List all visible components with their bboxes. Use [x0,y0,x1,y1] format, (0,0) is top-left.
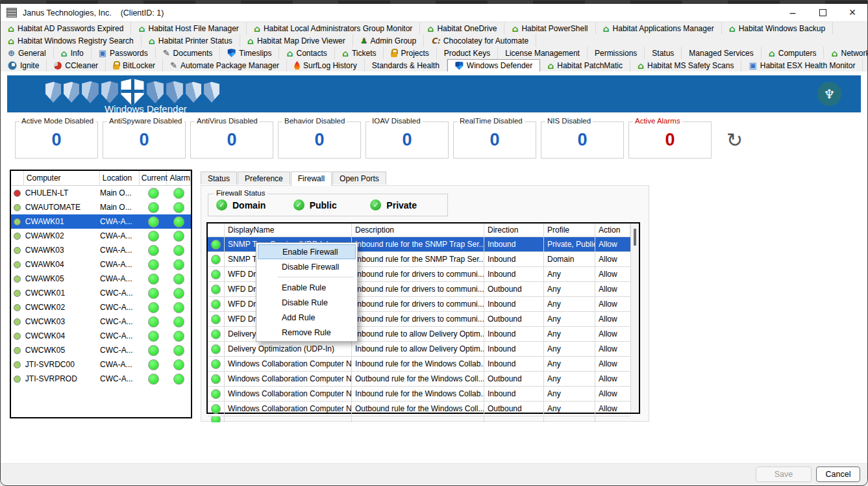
tab-label: Timeslips [239,49,271,58]
computer-row-cwawk04[interactable]: CWAWK04 CWA-A... [11,257,191,272]
profile-label: Private [386,200,417,211]
toolbar-tab-habitat-map-drive-viewer[interactable]: Habitat Map Drive Viewer [240,34,353,47]
close-button[interactable] [837,5,867,21]
toolbar-tab-habitat-printer-status[interactable]: Habitat Printer Status [142,34,240,47]
toolbar-tab-habitat-ad-passwords-expired[interactable]: Habitat AD Passwords Expired [1,22,131,34]
computer-current-cell [140,288,167,299]
menu-item-disable-rule[interactable]: Disable Rule [258,295,356,310]
rule-profile: Domain [544,252,595,266]
toolbar-tab-habitat-local-administrators-group-monitor[interactable]: Habitat Local Administrators Group Monit… [247,22,420,34]
toolbar-tab-passwords[interactable]: Passwords [92,47,156,59]
maximize-button[interactable] [808,5,837,21]
toolbar-row-3: GeneralInfoPasswordsDocumentsTimeslipsCo… [1,47,867,59]
toolbar-tab-info[interactable]: Info [54,47,92,59]
current-status-icon [148,245,159,256]
computer-current-cell [140,231,167,242]
toolbar-tab-habitat-applications-manager[interactable]: Habitat Applications Manager [596,22,722,34]
house-icon [138,24,145,33]
computer-row-cwcwk01[interactable]: CWCWK01 CWC-A... [11,286,191,300]
toolbar-tab-habitat-ms-safety-scans[interactable]: Habitat MS Safety Scans [630,59,741,71]
toolbar-tab-bitlocker[interactable]: BitLocker [106,59,163,71]
computer-row-cwawk02[interactable]: CWAWK02 CWA-A... [11,229,191,243]
toolbar-tab-ccleaner[interactable]: CCleaner [47,59,106,71]
computer-row-cwcwk02[interactable]: CWCWK02 CWC-A... [11,300,191,314]
toolbar-tab-habitat-windows-backup[interactable]: Habitat Windows Backup [722,22,833,34]
toolbar-tab-permissions[interactable]: Permissions [588,47,645,59]
toolbar-tab-documents[interactable]: Documents [156,47,221,59]
toolbar-tab-habitat-windows-registry-search[interactable]: Habitat Windows Registry Search [1,34,142,47]
menu-item-enable-rule[interactable]: Enable Rule [258,280,356,295]
toolbar-tab-automate-package-manager[interactable]: Automate Package Manager [163,59,287,71]
toolbar-tab-habitat-onedrive[interactable]: Habitat OneDrive [420,22,504,34]
rule-row[interactable] [208,416,630,422]
computer-row-cwautomate[interactable]: CWAUTOMATE Main O... [11,200,191,214]
rule-displayname: Windows Collaboration Computer Na... [225,372,352,386]
toolbar-tab-windows-defender[interactable]: Windows Defender [447,59,540,71]
save-button[interactable]: Save [756,467,812,482]
computer-status-icon [14,361,21,368]
toolbar-tab-timeslips[interactable]: Timeslips [220,47,279,59]
computer-row-jti-svrdc00[interactable]: JTI-SVRDC00 CWA-A... [11,357,191,372]
house-icon [286,49,293,58]
tab-label: Habitat Host File Manager [148,24,238,33]
rule-status-icon [211,270,221,279]
minimize-button[interactable] [778,5,808,21]
rule-row[interactable]: Windows Collaboration Computer Na... Inb… [208,387,630,402]
toolbar-tab-tickets[interactable]: Tickets [335,47,384,59]
house-icon [638,61,644,70]
toolbar-tab-habitat-esx-health-monitor[interactable]: Habitat ESX Health Monitor [741,59,863,71]
menu-separator [277,277,354,277]
counter-value: 0 [541,122,623,158]
toolbar-tab-product-keys[interactable]: Product Keys [437,47,498,59]
computer-row-cwawk03[interactable]: CWAWK03 CWA-A... [11,243,191,257]
toolbar-tab-habitat-host-file-manager[interactable]: Habitat Host File Manager [131,22,246,34]
computer-location: CWA-A... [100,231,140,240]
toolbar-tab-license-management[interactable]: License Management [498,47,588,59]
computer-row-cwcwk05[interactable]: CWCWK05 CWC-A... [11,343,191,357]
tab-label: Contacts [297,49,327,58]
computer-alarm-cell [167,316,191,327]
refresh-icon[interactable] [726,129,743,151]
title-bar: Janus Technologies, Inc. (ClientID: 1) [1,4,867,21]
toolbar-tab-managed-services[interactable]: Managed Services [682,47,761,59]
toolbar-tab-computers[interactable]: Computers [762,47,825,59]
defender-shield-icon [146,81,164,103]
rules-scrollbar[interactable] [630,224,639,413]
toolbar-tab-surflog-history[interactable]: SurfLog History [287,59,365,71]
computer-row-jti-svrprod[interactable]: JTI-SVRPROD CWC-A... [11,372,191,386]
rule-row[interactable]: Windows Collaboration Computer Na... Out… [208,372,630,387]
toolbar-tab-standards-health[interactable]: Standards & Health [365,59,447,71]
rule-row[interactable]: Windows Collaboration Computer Na... Out… [208,402,630,416]
toolbar-tab-contacts[interactable]: Contacts [279,47,334,59]
toolbar-tab-habitat-patchmatic[interactable]: Habitat PatchMatic [540,59,630,71]
menu-item-enable-firewall[interactable]: Enable Firewall [258,244,356,259]
header-current: Current [140,171,167,185]
computer-row-cwcwk03[interactable]: CWCWK03 CWC-A... [11,314,191,329]
tab-preference[interactable]: Preference [238,172,290,185]
toolbar-tab-projects[interactable]: Projects [384,47,436,59]
toolbar-tab-ignite[interactable]: Ignite [1,59,47,71]
tab-open-ports[interactable]: Open Ports [332,172,386,185]
computer-location: CWC-A... [100,288,140,298]
menu-item-disable-firewall[interactable]: Disable Firewall [258,259,356,274]
computer-status-icon [14,347,21,354]
toolbar-tab-network-devices[interactable]: Network Devices [824,47,868,59]
computer-row-cwcwk04[interactable]: CWCWK04 CWC-A... [11,329,191,343]
toolbar-tab-admin-group[interactable]: Admin Group [353,34,424,47]
menu-item-add-rule[interactable]: Add Rule [258,310,356,325]
computer-row-chulen-lt[interactable]: CHULEN-LT Main O... [11,186,191,200]
computer-row-cwawk01[interactable]: CWAWK01 CWA-A... [11,214,191,229]
rule-row[interactable]: Delivery Optimization (UDP-In) Inbound r… [208,342,630,357]
computer-row-cwawk05[interactable]: CWAWK05 CWA-A... [11,272,191,286]
toolbar-tab-status[interactable]: Status [645,47,682,59]
cancel-button[interactable]: Cancel [816,467,860,482]
toolbar-tab-habitat-powershell[interactable]: Habitat PowerShell [504,22,595,34]
toolbar-tab-general[interactable]: General [1,47,54,59]
rule-direction: Inbound [484,267,544,281]
rule-row[interactable]: Windows Collaboration Computer Na... Inb… [208,357,630,372]
menu-item-remove-rule[interactable]: Remove Rule [258,325,356,340]
rules-scrollbar-thumb[interactable] [634,229,636,246]
tab-firewall[interactable]: Firewall [291,172,332,186]
toolbar-tab-chocolatey-for-automate[interactable]: Chocolatey for Automate [424,34,536,47]
tab-status[interactable]: Status [201,172,237,185]
